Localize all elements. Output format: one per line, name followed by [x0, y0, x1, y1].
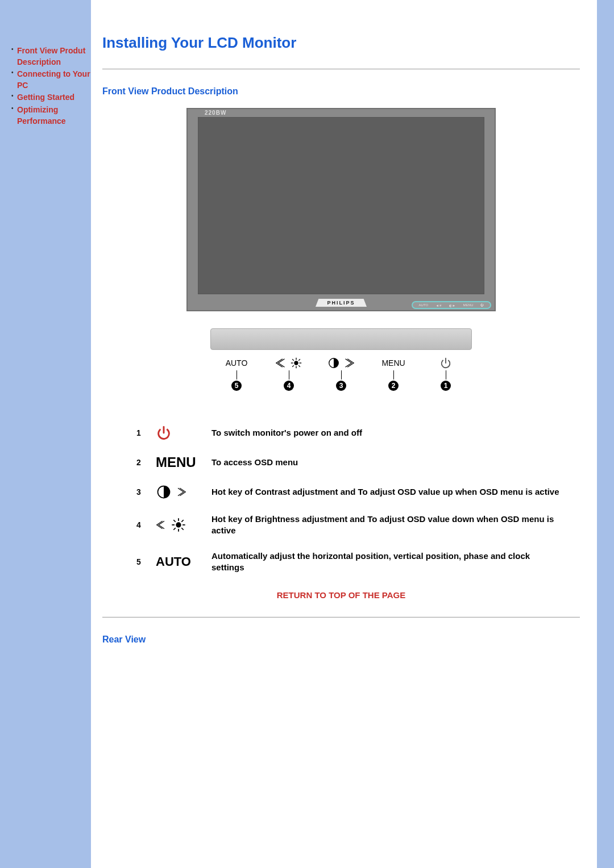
legend-desc: To switch monitor's power on and off	[211, 427, 563, 439]
legend-row: 1 To switch monitor's power on and off	[136, 425, 563, 441]
callout-item: MENU	[463, 303, 474, 307]
contrast-icon	[156, 484, 172, 500]
sidebar-item-label: Connecting to Your PC	[17, 69, 90, 90]
bar-col-contrast: 3	[318, 357, 364, 391]
legend-num: 3	[136, 487, 146, 496]
callout-item: ◄☀	[435, 303, 442, 307]
brightness-icon	[171, 517, 186, 533]
bar-num: 4	[284, 381, 294, 391]
sidebar-item-label: Front View Produt Description	[17, 46, 85, 66]
arrow-left-icon	[275, 357, 288, 369]
callout-item: ◐►	[449, 303, 455, 307]
monitor-figure: 220BW PHILIPS AUTO ◄☀ ◐► MENU ⏻	[102, 108, 580, 391]
brightness-icon	[290, 357, 302, 369]
button-bar-shell	[210, 328, 472, 350]
sidebar-item-front-view[interactable]: Front View Produt Description	[11, 45, 91, 68]
arrow-right-icon	[175, 486, 186, 498]
callout-item: ⏻	[480, 303, 484, 307]
legend-num: 1	[136, 428, 146, 437]
arrow-left-icon	[156, 519, 167, 531]
legend-desc: To access OSD menu	[211, 457, 563, 468]
legend-row: 3 Hot key of Contrast adjustment and To …	[136, 484, 563, 500]
monitor-illustration: 220BW PHILIPS AUTO ◄☀ ◐► MENU ⏻	[186, 108, 496, 311]
bar-num: 5	[231, 381, 242, 391]
bar-num: 3	[336, 381, 346, 391]
contrast-icon	[327, 357, 340, 369]
callout-item: AUTO	[419, 303, 429, 307]
monitor-model-label: 220BW	[205, 110, 226, 116]
power-icon	[156, 425, 172, 441]
bar-col-menu: MENU 2	[371, 357, 416, 391]
legend-row: 4 Hot key of Brightness adjustment and T…	[136, 514, 563, 537]
page-title: Installing Your LCD Monitor	[102, 34, 580, 52]
legend-num: 4	[136, 520, 146, 529]
section-heading-rear-view: Rear View	[102, 635, 580, 645]
legend-desc: Hot key of Brightness adjustment and To …	[211, 514, 563, 537]
monitor-screen	[198, 117, 484, 294]
sidebar-item-label: Optimizing Performance	[17, 105, 66, 126]
divider	[102, 69, 580, 69]
legend-row: 5 AUTO Automatically adjust the horizont…	[136, 550, 563, 574]
button-bar-figure: AUTO 5 4	[210, 328, 472, 391]
monitor-brand-plate: PHILIPS	[316, 299, 367, 307]
legend-table: 1 To switch monitor's power on and off 2…	[136, 425, 563, 573]
legend-num: 5	[136, 557, 146, 566]
sidebar-item-label: Getting Started	[17, 93, 74, 102]
button-callout: AUTO ◄☀ ◐► MENU ⏻	[412, 301, 491, 309]
divider	[102, 617, 580, 617]
menu-word-icon: MENU	[156, 454, 196, 470]
bar-label-menu: MENU	[381, 357, 405, 369]
arrow-right-icon	[342, 357, 355, 369]
bar-col-brightness: 4	[266, 357, 312, 391]
bar-num: 1	[441, 381, 451, 391]
return-link-label: RETURN TO TOP OF THE PAGE	[277, 590, 405, 600]
legend-num: 2	[136, 458, 146, 467]
legend-desc: Hot key of Contrast adjustment and To ad…	[211, 486, 563, 498]
auto-word-icon: AUTO	[156, 554, 191, 569]
sidebar-item-connecting[interactable]: Connecting to Your PC	[11, 69, 91, 91]
bar-col-power: 1	[423, 357, 468, 391]
sidebar-item-optimizing[interactable]: Optimizing Performance	[11, 105, 91, 127]
legend-desc: Automatically adjust the horizontal posi…	[211, 550, 563, 574]
section-heading-front-view: Front View Product Description	[102, 86, 580, 97]
main-content: Installing Your LCD Monitor Front View P…	[91, 0, 597, 868]
power-icon	[439, 357, 452, 369]
sidebar-item-getting-started[interactable]: Getting Started	[11, 92, 91, 103]
bar-label-auto: AUTO	[226, 357, 248, 369]
sidebar-nav: Front View Produt Description Connecting…	[11, 0, 91, 868]
bar-col-auto: AUTO 5	[214, 357, 259, 391]
bar-num: 2	[388, 381, 399, 391]
legend-row: 2 MENU To access OSD menu	[136, 454, 563, 470]
return-to-top-link[interactable]: RETURN TO TOP OF THE PAGE	[102, 590, 580, 600]
